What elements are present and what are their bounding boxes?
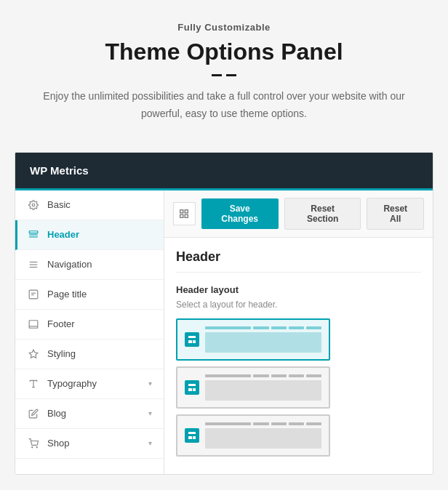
- section-content: Header Header layout Select a layout for…: [164, 238, 433, 474]
- svg-rect-19: [185, 214, 188, 217]
- sidebar-item-label-blog: Blog: [47, 408, 66, 419]
- panel-header-bar: WP Metrics: [15, 153, 433, 190]
- sidebar-item-label-page-title: Page title: [47, 289, 87, 300]
- blog-icon: [27, 407, 40, 420]
- svg-rect-26: [188, 432, 196, 434]
- shop-icon: [27, 437, 40, 450]
- typography-icon: [27, 377, 40, 390]
- svg-rect-21: [188, 340, 192, 343]
- hero-description: Enjoy the unlimited possibilities and ta…: [35, 88, 413, 123]
- svg-rect-16: [180, 209, 183, 212]
- svg-rect-25: [193, 388, 196, 391]
- hero-subtitle: Fully Customizable: [29, 22, 419, 33]
- layout-option-3-icon: [185, 428, 199, 443]
- styling-icon: [27, 348, 40, 361]
- svg-rect-10: [29, 320, 38, 328]
- svg-rect-27: [188, 436, 192, 439]
- panel-logo: WP Metrics: [30, 164, 89, 177]
- svg-point-0: [32, 204, 35, 206]
- sidebar-item-label-navigation: Navigation: [47, 259, 92, 270]
- reset-all-button[interactable]: Reset All: [367, 198, 424, 230]
- svg-point-14: [32, 446, 33, 447]
- chevron-down-icon-blog: ▾: [148, 409, 152, 417]
- layout-option-2[interactable]: [176, 366, 330, 409]
- sidebar-item-label-footer: Footer: [47, 318, 75, 329]
- layout-option-1-preview: [205, 326, 321, 353]
- save-changes-button[interactable]: Save Changes: [201, 198, 279, 229]
- header-layout-label: Header layout: [176, 284, 421, 295]
- navigation-icon: [27, 258, 40, 271]
- svg-rect-20: [188, 336, 196, 338]
- gear-icon: [27, 198, 40, 212]
- svg-rect-24: [188, 388, 192, 391]
- hero-divider: [29, 74, 419, 76]
- svg-rect-1: [29, 230, 38, 233]
- svg-rect-28: [193, 436, 196, 439]
- section-title: Header: [176, 249, 421, 273]
- sidebar-item-label-styling: Styling: [47, 348, 76, 359]
- reset-section-button[interactable]: Reset Section: [284, 198, 361, 230]
- sidebar-item-shop[interactable]: Shop ▾: [15, 429, 164, 459]
- sidebar-item-footer[interactable]: Footer: [15, 310, 164, 340]
- svg-rect-22: [193, 340, 196, 343]
- sidebar-item-header[interactable]: Header: [15, 220, 164, 250]
- header-layout-description: Select a layout for header.: [176, 300, 421, 310]
- sidebar-item-label-shop: Shop: [47, 438, 69, 449]
- sidebar-item-label-header: Header: [47, 229, 79, 240]
- sidebar-item-typography[interactable]: Typography ▾: [15, 369, 164, 399]
- sidebar-item-navigation[interactable]: Navigation: [15, 250, 164, 280]
- sidebar-item-basic[interactable]: Basic: [15, 190, 164, 220]
- sidebar-item-blog[interactable]: Blog ▾: [15, 399, 164, 429]
- layout-option-1-icon: [185, 332, 199, 347]
- svg-rect-18: [180, 214, 183, 217]
- sidebar-item-page-title[interactable]: Page title: [15, 280, 164, 310]
- sidebar-item-label-basic: Basic: [47, 199, 71, 210]
- chevron-down-icon: ▾: [148, 379, 152, 387]
- layout-option-3-preview: [205, 422, 321, 449]
- layout-option-3[interactable]: [176, 414, 330, 457]
- theme-options-panel: WP Metrics Basic Header: [15, 152, 433, 475]
- svg-rect-23: [188, 384, 196, 386]
- svg-rect-17: [185, 209, 188, 212]
- footer-icon: [27, 318, 40, 331]
- chevron-down-icon-shop: ▾: [148, 439, 152, 447]
- grid-view-button[interactable]: [173, 202, 196, 225]
- layout-option-1[interactable]: [176, 318, 330, 361]
- sidebar: Basic Header Navigation: [15, 190, 164, 474]
- layout-option-2-preview: [205, 374, 321, 401]
- panel-body: Basic Header Navigation: [15, 190, 433, 474]
- header-icon: [27, 228, 40, 241]
- toolbar: Save Changes Reset Section Reset All: [164, 190, 433, 238]
- hero-section: Fully Customizable Theme Options Panel E…: [0, 0, 448, 137]
- svg-point-15: [36, 446, 37, 447]
- sidebar-item-label-typography: Typography: [47, 378, 97, 389]
- main-content: Save Changes Reset Section Reset All Hea…: [164, 190, 433, 474]
- layout-option-2-icon: [185, 380, 199, 395]
- page-title-icon: [27, 288, 40, 301]
- hero-title: Theme Options Panel: [29, 39, 419, 65]
- sidebar-item-styling[interactable]: Styling: [15, 340, 164, 369]
